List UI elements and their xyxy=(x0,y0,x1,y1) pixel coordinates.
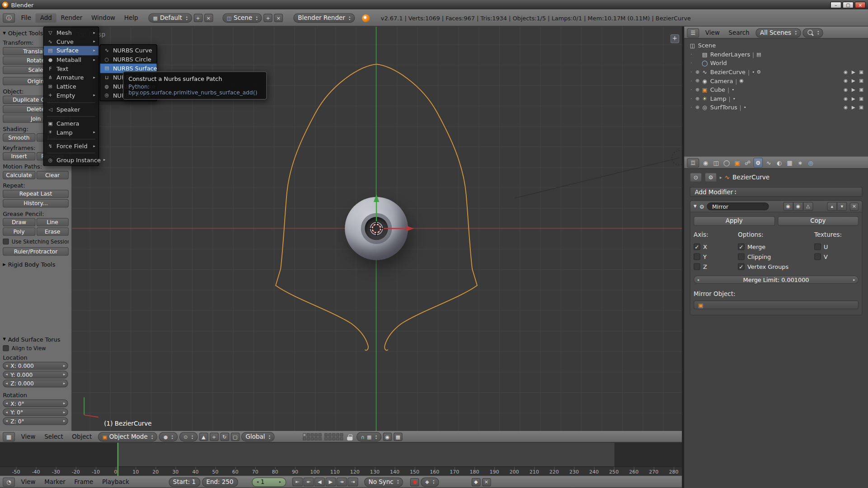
delete-keyframe-button[interactable] xyxy=(482,478,491,486)
opengl-render-button[interactable] xyxy=(383,433,392,441)
layer-15[interactable] xyxy=(340,433,343,436)
decrement-arrow-icon[interactable]: ◂ xyxy=(694,277,702,282)
increment-arrow-icon[interactable]: ▸ xyxy=(61,410,68,414)
viewport-shading-dropdown[interactable] xyxy=(159,432,178,441)
axis-y-checkbox[interactable]: Y xyxy=(694,252,738,262)
add-menu-item-empty[interactable]: +Empty▸ xyxy=(44,91,99,100)
smooth-button[interactable]: Smooth xyxy=(3,133,35,141)
display-mode-dropdown[interactable]: All Scenes xyxy=(755,28,801,38)
layer-17[interactable] xyxy=(328,437,332,440)
line-button[interactable]: Line xyxy=(36,218,69,226)
add-menu-item-camera[interactable]: ▣Camera xyxy=(44,119,99,128)
selectable-arrow-icon[interactable]: ▶ xyxy=(852,78,855,84)
layer-11[interactable] xyxy=(324,433,328,436)
menu-render[interactable]: Render xyxy=(56,13,87,23)
play-reverse-button[interactable]: ◀ xyxy=(314,478,324,487)
visibility-eye-icon[interactable]: ◉ xyxy=(844,96,848,101)
texture-u-checkbox[interactable]: U xyxy=(814,242,859,252)
frame-start-field[interactable]: Start: 1 xyxy=(169,477,200,487)
insert-button[interactable]: Insert xyxy=(3,152,35,160)
repeat-last-button[interactable]: Repeat Last xyxy=(3,190,69,198)
menu-add[interactable]: Add xyxy=(36,13,56,23)
add-surface-torus-panel-header[interactable]: ▼ Add Surface Torus xyxy=(3,336,68,343)
tab-physics[interactable]: ◎ xyxy=(806,158,816,168)
rotate-manipulator-icon[interactable] xyxy=(220,433,229,441)
menu-window[interactable]: Window xyxy=(87,13,120,23)
scene-dropdown[interactable]: Scene xyxy=(222,13,262,23)
increment-arrow-icon[interactable]: ▸ xyxy=(61,419,68,423)
location-x-field[interactable]: ◂X: 0.000▸ xyxy=(3,362,68,370)
location-z-field[interactable]: ◂Z: 0.000▸ xyxy=(3,380,68,387)
expand-region-button[interactable]: + xyxy=(671,34,680,43)
layer-16[interactable] xyxy=(324,437,328,440)
menu-object[interactable]: Object xyxy=(68,432,96,441)
translate-manipulator-icon[interactable] xyxy=(210,433,219,441)
jump-to-prev-keyframe-button[interactable]: ↞ xyxy=(303,478,314,487)
option-merge-checkbox[interactable]: ✓Merge xyxy=(738,242,814,252)
add-menu-item-lamp[interactable]: ☀Lamp▸ xyxy=(44,128,99,137)
menu-search[interactable]: Search xyxy=(724,28,754,38)
context-icon[interactable] xyxy=(705,173,717,182)
outliner-row-renderlayers[interactable]: ·▤RenderLayers|▤ xyxy=(684,50,868,59)
modifier-panel-header[interactable]: ▼ Mirror xyxy=(690,201,862,212)
editor-type-timeline-icon[interactable] xyxy=(3,477,15,487)
decrement-arrow-icon[interactable]: ◂ xyxy=(3,381,10,386)
rotation-x-field[interactable]: ◂X: 0°▸ xyxy=(3,399,68,407)
manipulator-pointer-icon[interactable] xyxy=(199,433,208,441)
pivot-point-dropdown[interactable] xyxy=(179,432,197,441)
sync-dropdown[interactable]: No Sync xyxy=(364,477,403,487)
tab-object-data[interactable]: ∿ xyxy=(764,158,774,168)
menu-view[interactable]: View xyxy=(17,477,40,487)
renderable-camera-icon[interactable]: ▣ xyxy=(859,87,863,92)
editor-type-3dview-icon[interactable] xyxy=(3,432,15,441)
collapse-triangle-icon[interactable]: ▼ xyxy=(694,204,697,209)
jump-to-start-button[interactable]: ⇤ xyxy=(292,478,302,487)
expand-icon[interactable]: ⊕ xyxy=(694,87,701,92)
selectable-arrow-icon[interactable]: ▶ xyxy=(852,104,855,110)
pin-icon[interactable] xyxy=(690,173,702,182)
mode-dropdown[interactable]: Object Mode xyxy=(98,432,157,441)
delete-layout-button[interactable] xyxy=(204,14,213,22)
snap-dropdown[interactable] xyxy=(357,432,381,441)
align-to-view-checkbox[interactable]: Align to View xyxy=(3,345,68,351)
selectable-arrow-icon[interactable]: ▶ xyxy=(852,96,855,101)
layer-18[interactable] xyxy=(332,437,335,440)
increment-arrow-icon[interactable]: ▸ xyxy=(61,363,68,368)
tab-particles[interactable]: ∗ xyxy=(795,158,805,168)
scale-manipulator-icon[interactable] xyxy=(230,433,239,441)
expand-icon[interactable]: ⊕ xyxy=(694,104,701,110)
render-engine-dropdown[interactable]: Blender Render xyxy=(293,13,355,23)
lock-icon[interactable] xyxy=(347,436,352,441)
keying-set-dropdown[interactable] xyxy=(421,477,439,487)
insert-keyframe-button[interactable] xyxy=(471,478,480,486)
frame-end-field[interactable]: End: 250 xyxy=(202,477,238,487)
layer-5[interactable] xyxy=(319,433,322,436)
add-menu-item-surface[interactable]: ▤Surface▸ xyxy=(44,46,99,55)
outliner-search-button[interactable] xyxy=(802,28,823,38)
decrement-arrow-icon[interactable]: ◂ xyxy=(254,480,260,484)
viewport-visibility-toggle-icon[interactable] xyxy=(793,202,803,211)
layer-13[interactable] xyxy=(332,433,335,436)
decrement-arrow-icon[interactable]: ◂ xyxy=(3,363,10,368)
submenu-item-nurbs-circle[interactable]: ○NURBS Circle xyxy=(100,55,157,64)
move-down-button[interactable] xyxy=(837,202,847,211)
draw-button[interactable]: Draw xyxy=(3,218,35,226)
tab-constraints[interactable]: ☍ xyxy=(743,158,752,168)
use-sketching-sessions-checkbox[interactable]: Use Sketching Sessions xyxy=(3,239,69,244)
torus-object[interactable] xyxy=(345,197,408,260)
add-menu-item-force-field[interactable]: ↯Force Field▸ xyxy=(44,142,99,151)
calculate-button[interactable]: Calculate xyxy=(3,171,35,179)
add-menu-item-mesh[interactable]: ▽Mesh▸ xyxy=(44,28,99,37)
title-bar[interactable]: Blender – ▢ × xyxy=(0,0,868,9)
add-menu-item-text[interactable]: FText xyxy=(44,64,99,73)
add-modifier-dropdown[interactable]: Add Modifier xyxy=(690,187,862,197)
apply-button[interactable]: Apply xyxy=(694,216,774,226)
layer-9[interactable] xyxy=(314,437,318,440)
submenu-item-nurbs-curve[interactable]: ∿NURBS Curve xyxy=(100,46,157,55)
delete-modifier-button[interactable] xyxy=(850,202,859,211)
increment-arrow-icon[interactable]: ▸ xyxy=(850,277,858,282)
editmode-toggle-icon[interactable] xyxy=(803,202,813,211)
tab-object[interactable]: ▣ xyxy=(732,158,742,168)
editor-type-info-icon[interactable] xyxy=(3,13,15,23)
poly-button[interactable]: Poly xyxy=(3,227,35,235)
